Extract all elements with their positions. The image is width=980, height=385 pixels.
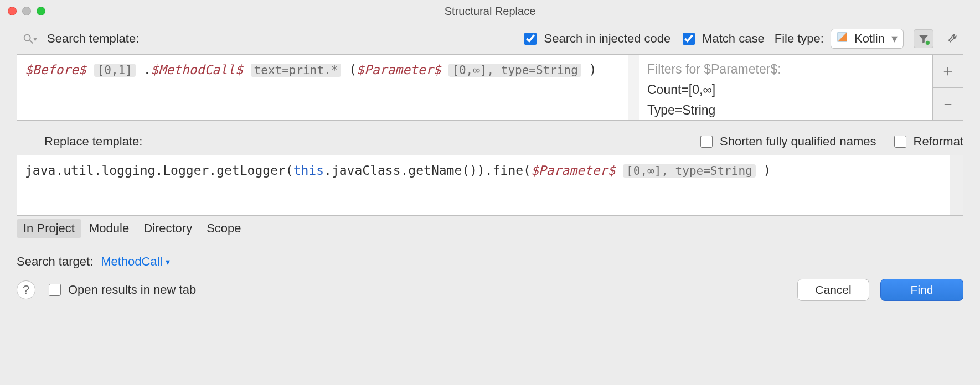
file-type-select[interactable]: Kotlin ▾	[831, 29, 904, 49]
zoom-window-button[interactable]	[37, 7, 45, 15]
add-filter-button[interactable]: ＋	[933, 55, 963, 87]
replace-template-editor[interactable]: java.util.logging.Logger.getLogger(this.…	[17, 155, 963, 216]
scope-tabs: In ProjectModuleDirectoryScope	[0, 216, 980, 238]
search-template-code: $Before$ [0,1] .$MethodCall$ text=print.…	[17, 55, 639, 86]
tools-button[interactable]	[943, 29, 963, 48]
search-injected-checkbox[interactable]: Search in injected code	[522, 31, 670, 46]
replace-template-code: java.util.logging.Logger.getLogger(this.…	[17, 155, 963, 186]
window-title: Structural Replace	[0, 5, 980, 18]
search-template-label: Search template:	[47, 32, 139, 46]
structural-replace-dialog: Structural Replace ▾ Search template: Se…	[0, 0, 980, 385]
match-case-label: Match case	[702, 32, 765, 46]
scope-tab-module[interactable]: Module	[82, 219, 136, 238]
search-injected-label: Search in injected code	[544, 32, 670, 46]
match-case-checkbox[interactable]: Match case	[680, 31, 765, 46]
remove-filter-button[interactable]: －	[933, 87, 963, 121]
kotlin-file-icon	[837, 32, 848, 46]
search-template-area: $Before$ [0,1] .$MethodCall$ text=print.…	[17, 54, 963, 121]
scope-tab-directory[interactable]: Directory	[137, 219, 199, 238]
chevron-down-icon: ▾	[166, 257, 170, 267]
window-controls	[8, 7, 45, 15]
close-window-button[interactable]	[8, 7, 17, 15]
replace-template-label: Replace template:	[44, 134, 142, 149]
open-results-checkbox[interactable]: Open results in new tab	[47, 282, 196, 298]
search-target-label: Search target:	[17, 254, 93, 269]
shorten-names-label: Shorten fully qualified names	[720, 134, 876, 149]
filters-title: Filters for $Parameter$:	[647, 59, 925, 80]
find-button[interactable]: Find	[880, 279, 963, 301]
titlebar: Structural Replace	[0, 0, 980, 22]
shorten-names-checkbox[interactable]: Shorten fully qualified names	[698, 134, 876, 149]
scrollbar[interactable]	[950, 155, 963, 215]
scrollbar[interactable]	[628, 55, 639, 120]
scope-tab-in-project[interactable]: In Project	[17, 219, 81, 238]
search-template-editor[interactable]: $Before$ [0,1] .$MethodCall$ text=print.…	[17, 55, 639, 120]
filter-line-count: Count=[0,∞]	[647, 80, 925, 100]
search-target-dropdown[interactable]: MethodCall ▾	[101, 254, 170, 269]
options-row: ▾ Search template: Search in injected co…	[0, 22, 980, 54]
bottom-row: ? Open results in new tab Cancel Find	[0, 269, 980, 306]
svg-point-4	[926, 41, 930, 45]
scope-tab-scope[interactable]: Scope	[200, 219, 247, 238]
chevron-down-icon: ▾	[891, 32, 898, 46]
cancel-button[interactable]: Cancel	[797, 279, 869, 301]
replace-header: Replace template: Shorten fully qualifie…	[0, 121, 980, 155]
reformat-label: Reformat	[914, 134, 963, 149]
file-type-group: File type: Kotlin ▾	[775, 29, 904, 49]
search-target-row: Search target: MethodCall ▾	[0, 238, 980, 269]
reformat-checkbox[interactable]: Reformat	[892, 134, 963, 149]
help-button[interactable]: ?	[17, 280, 35, 299]
filter-line-type: Type=String	[647, 100, 925, 120]
minimize-window-button[interactable]	[22, 7, 31, 15]
svg-point-0	[24, 35, 30, 41]
file-type-value: Kotlin	[854, 32, 885, 46]
filter-toggle-button[interactable]	[914, 29, 933, 48]
filters-panel: Filters for $Parameter$: Count=[0,∞] Typ…	[639, 55, 933, 120]
search-icon: ▾	[22, 33, 37, 45]
search-target-value: MethodCall	[101, 254, 162, 269]
svg-line-1	[30, 40, 33, 44]
open-results-label: Open results in new tab	[68, 283, 196, 297]
file-type-label: File type:	[775, 32, 824, 46]
filters-side-buttons: ＋ －	[933, 55, 963, 120]
